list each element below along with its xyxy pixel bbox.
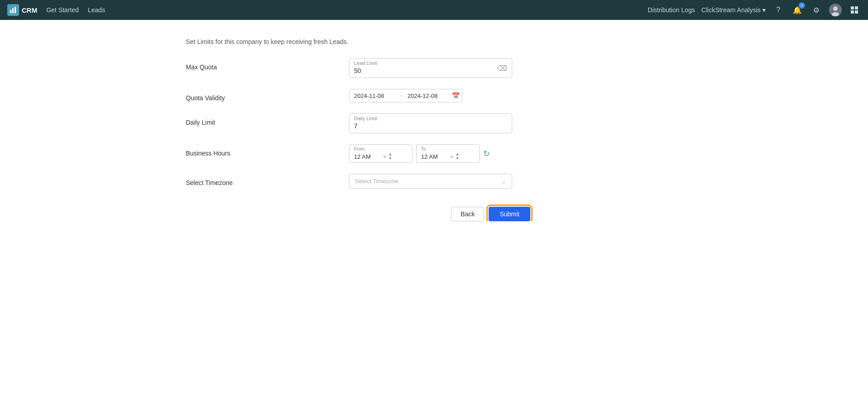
date-to-input[interactable] xyxy=(407,93,448,99)
timezone-row: Select Timezone Select Timezone ⌄ xyxy=(186,174,530,189)
to-label: To xyxy=(421,146,475,151)
notification-badge: 0 xyxy=(799,2,805,9)
date-range-field: → 📅 xyxy=(349,89,530,102)
daily-limit-field-label: Daily Limit xyxy=(354,116,507,121)
to-time-controls: ▲ ▼ xyxy=(456,152,460,161)
to-time-input-row: × ▲ ▼ xyxy=(421,152,475,161)
from-label: From xyxy=(354,146,408,151)
refresh-icon[interactable]: ↻ xyxy=(483,149,490,159)
lead-limit-input[interactable] xyxy=(354,67,507,74)
avatar[interactable] xyxy=(829,4,842,16)
svg-rect-2 xyxy=(15,7,16,13)
from-time-input[interactable] xyxy=(354,153,381,160)
submit-button[interactable]: Submit xyxy=(489,207,530,221)
business-hours-wrapper: From × ▲ ▼ To xyxy=(349,144,530,163)
daily-limit-input[interactable] xyxy=(354,122,507,130)
nav-link-get-started[interactable]: Get Started xyxy=(46,6,79,14)
daily-limit-field: Daily Limit xyxy=(349,113,530,133)
to-clear-btn[interactable]: × xyxy=(450,153,454,160)
grid-icon xyxy=(851,6,858,14)
brand-name: CRM xyxy=(22,6,37,14)
back-button[interactable]: Back xyxy=(451,207,484,221)
navbar-right: Distribution Logs ClickStream Analysis ▾… xyxy=(648,4,861,16)
from-time-controls: ▲ ▼ xyxy=(388,152,393,161)
chevron-down-icon: ▾ xyxy=(762,6,766,14)
timezone-label: Select Timezone xyxy=(186,174,349,186)
date-range-wrapper: → 📅 xyxy=(349,89,462,102)
max-quota-label: Max Quota xyxy=(186,58,349,71)
daily-limit-wrapper: Daily Limit xyxy=(349,113,512,133)
main-content: Set Limits for this company to keep rece… xyxy=(0,20,868,221)
notification-icon-btn[interactable]: 🔔 0 xyxy=(791,4,804,16)
from-time-field: From × ▲ ▼ xyxy=(349,144,412,163)
date-separator: → xyxy=(398,93,404,99)
clickstream-dropdown[interactable]: ClickStream Analysis ▾ xyxy=(701,6,766,14)
chevron-down-icon: ⌄ xyxy=(501,178,506,185)
navbar: CRM Get Started Leads Distribution Logs … xyxy=(0,0,868,20)
form-actions: Back Submit xyxy=(186,207,530,221)
navbar-left: CRM Get Started Leads xyxy=(7,4,105,16)
brand[interactable]: CRM xyxy=(7,4,37,16)
timezone-select[interactable]: Select Timezone ⌄ xyxy=(349,174,512,189)
daily-limit-row: Daily Limit Daily Limit xyxy=(186,113,530,133)
clickstream-label: ClickStream Analysis xyxy=(701,6,761,14)
max-quota-row: Max Quota Lead Limit ⌫ xyxy=(186,58,530,78)
quota-validity-label: Quota Validity xyxy=(186,89,349,102)
nav-link-leads[interactable]: Leads xyxy=(88,6,105,14)
svg-rect-1 xyxy=(12,8,14,13)
business-hours-row: Business Hours From × ▲ ▼ xyxy=(186,144,530,163)
brand-icon xyxy=(7,4,19,16)
grid-menu-btn[interactable] xyxy=(848,4,861,16)
settings-icon-btn[interactable]: ⚙ xyxy=(810,4,823,16)
business-hours-field: From × ▲ ▼ To xyxy=(349,144,530,163)
lead-limit-label: Lead Limit xyxy=(354,60,507,66)
quota-validity-row: Quota Validity → 📅 xyxy=(186,89,530,102)
business-hours-label: Business Hours xyxy=(186,144,349,157)
help-icon-btn[interactable]: ? xyxy=(772,4,785,16)
from-time-input-row: × ▲ ▼ xyxy=(354,152,408,161)
to-time-field: To × ▲ ▼ xyxy=(416,144,480,163)
timezone-placeholder: Select Timezone xyxy=(355,178,398,185)
date-from-input[interactable] xyxy=(354,93,395,99)
lead-limit-wrapper: Lead Limit ⌫ xyxy=(349,58,512,78)
svg-rect-0 xyxy=(10,10,11,13)
clear-lead-limit-icon[interactable]: ⌫ xyxy=(497,64,507,73)
question-icon: ? xyxy=(776,6,781,14)
timezone-field: Select Timezone ⌄ xyxy=(349,174,530,189)
distribution-logs-link[interactable]: Distribution Logs xyxy=(648,6,695,14)
form-container: Max Quota Lead Limit ⌫ Quota Validity → … xyxy=(186,58,530,200)
calendar-icon[interactable]: 📅 xyxy=(452,92,460,99)
lead-limit-field: Lead Limit ⌫ xyxy=(349,58,530,78)
to-time-input[interactable] xyxy=(421,153,448,160)
daily-limit-label: Daily Limit xyxy=(186,113,349,126)
from-clear-btn[interactable]: × xyxy=(383,153,387,160)
to-down-btn[interactable]: ▼ xyxy=(456,156,460,161)
description-text: Set Limits for this company to keep rece… xyxy=(186,38,349,45)
from-down-btn[interactable]: ▼ xyxy=(388,156,393,161)
svg-point-4 xyxy=(833,6,838,11)
gear-icon: ⚙ xyxy=(813,6,820,15)
